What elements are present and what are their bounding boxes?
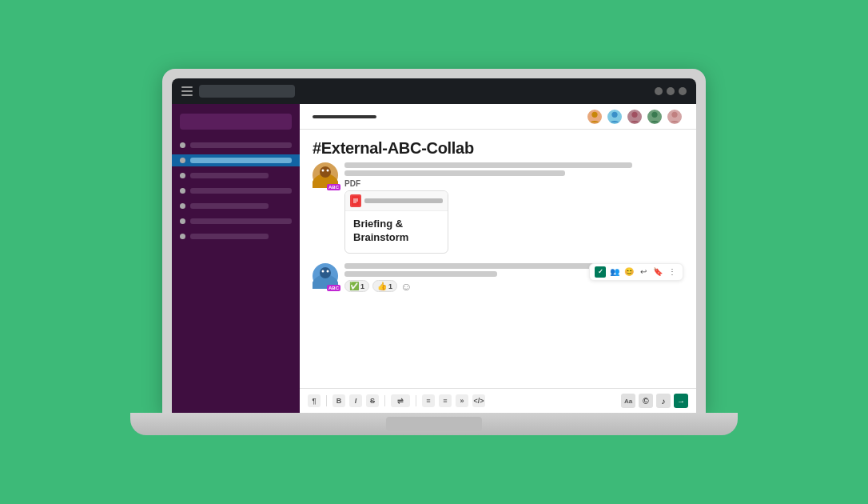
message-2: ABC ✅1 xyxy=(313,263,683,293)
sidebar-dot-3 xyxy=(180,173,185,178)
svg-point-6 xyxy=(320,166,331,178)
pdf-icon xyxy=(350,194,361,207)
svg-point-7 xyxy=(322,170,325,172)
composer-btn-blockquote[interactable]: » xyxy=(456,394,468,407)
pdf-label: PDF xyxy=(344,179,683,188)
composer-btn-list2[interactable]: ≡ xyxy=(439,394,452,407)
channel-avatar-1 xyxy=(586,108,603,126)
sidebar-line-7 xyxy=(190,234,269,239)
composer-btn-bold[interactable]: B xyxy=(332,394,345,407)
laptop-wrapper: #External-ABC-Collab xyxy=(130,69,738,435)
composer-btn-send[interactable]: → xyxy=(674,394,688,408)
composer-btn-code[interactable]: </> xyxy=(472,394,485,407)
channel-title-area: #External-ABC-Collab xyxy=(300,130,696,162)
svg-point-2 xyxy=(631,111,637,117)
svg-point-14 xyxy=(320,267,331,278)
pdf-card[interactable]: Briefing &Brainstorm xyxy=(344,190,448,254)
svg-point-8 xyxy=(327,170,329,172)
composer-divider-1 xyxy=(326,395,327,406)
message-actions-overlay: ✓ 👥 😊 ↩ 🔖 ⋮ xyxy=(589,263,683,281)
topbar-window-controls xyxy=(655,87,687,95)
sidebar-line-2 xyxy=(190,158,292,163)
pdf-title-line xyxy=(364,198,443,203)
sidebar-item-5[interactable] xyxy=(172,200,300,212)
composer-btn-paragraph[interactable]: ¶ xyxy=(308,394,321,407)
msg-line-1 xyxy=(344,162,632,168)
composer-btn-audio[interactable]: ♪ xyxy=(656,394,671,408)
composer-btn-Aa[interactable]: Aa xyxy=(621,394,635,408)
msg-line-4 xyxy=(344,271,497,277)
reactions-row: ✅1 👍1 ☺ xyxy=(344,280,683,293)
sidebar-dot-2 xyxy=(180,158,185,163)
abc-badge-2: ABC xyxy=(327,285,340,291)
reaction-chip-thumbs[interactable]: 👍1 xyxy=(372,280,397,292)
channel-title: #External-ABC-Collab xyxy=(313,139,683,158)
action-check[interactable]: ✓ xyxy=(595,266,606,278)
pdf-card-header xyxy=(345,191,448,211)
channel-avatar-5 xyxy=(666,108,683,126)
add-reaction-button[interactable]: ☺ xyxy=(400,280,412,293)
sidebar-dot-4 xyxy=(180,188,185,194)
sidebar-item-3[interactable] xyxy=(172,170,300,182)
channel-avatars xyxy=(586,108,683,126)
window-dot-1 xyxy=(655,87,663,95)
sidebar-line-5 xyxy=(190,203,269,209)
abc-badge-1: ABC xyxy=(327,184,340,190)
sidebar xyxy=(172,104,300,413)
laptop-trackpad xyxy=(386,417,482,431)
composer-btn-emoji[interactable]: © xyxy=(639,394,653,408)
sidebar-line-1 xyxy=(190,142,292,148)
sidebar-search[interactable] xyxy=(180,114,292,130)
svg-point-4 xyxy=(671,111,677,117)
action-reply[interactable]: ↩ xyxy=(638,266,649,278)
sidebar-dot-5 xyxy=(180,203,185,209)
message-1: ABC PDF xyxy=(313,162,683,254)
svg-point-16 xyxy=(327,270,329,272)
action-bookmark[interactable]: 🔖 xyxy=(652,266,663,278)
window-dot-2 xyxy=(667,87,675,95)
sidebar-item-6[interactable] xyxy=(172,215,300,227)
composer-toolbar: ¶ B I S ⇌ ≡ ≡ » </> xyxy=(308,394,688,408)
composer-btn-italic[interactable]: I xyxy=(349,394,362,407)
hamburger-icon[interactable] xyxy=(181,86,193,96)
sidebar-line-4 xyxy=(190,188,292,194)
svg-point-3 xyxy=(651,111,657,117)
laptop-base xyxy=(130,413,738,435)
sidebar-line-6 xyxy=(190,218,292,224)
sidebar-line-3 xyxy=(190,173,269,178)
pdf-card-title: Briefing &Brainstorm xyxy=(353,218,440,245)
action-more[interactable]: ⋮ xyxy=(667,266,678,278)
message-body-1: PDF xyxy=(344,162,683,254)
pdf-card-body: Briefing &Brainstorm xyxy=(345,211,448,253)
channel-avatar-3 xyxy=(626,108,643,126)
composer-right-buttons: Aa © ♪ → xyxy=(621,394,688,408)
action-emoji[interactable]: 😊 xyxy=(623,266,635,278)
action-people[interactable]: 👥 xyxy=(609,266,620,278)
sidebar-item-7[interactable] xyxy=(172,230,300,242)
svg-point-1 xyxy=(611,111,617,117)
sidebar-item-4[interactable] xyxy=(172,185,300,197)
channel-avatar-4 xyxy=(646,108,663,126)
composer-btn-link[interactable]: ⇌ xyxy=(391,394,410,407)
message-avatar-1: ABC xyxy=(313,162,338,188)
reaction-chip-check[interactable]: ✅1 xyxy=(344,280,369,292)
composer-btn-strike[interactable]: S xyxy=(366,394,379,407)
screen-topbar xyxy=(172,78,696,104)
svg-point-0 xyxy=(591,111,597,117)
message-avatar-2: ABC xyxy=(313,263,338,289)
sidebar-dot-1 xyxy=(180,142,185,148)
channel-avatar-2 xyxy=(606,108,623,126)
topbar-left xyxy=(181,85,295,98)
sidebar-dot-7 xyxy=(180,234,185,239)
messages-area: ABC PDF xyxy=(300,162,696,388)
sidebar-dot-6 xyxy=(180,218,185,224)
sidebar-item-2-active[interactable] xyxy=(172,154,300,166)
msg-line-2 xyxy=(344,170,565,176)
laptop-screen: #External-ABC-Collab xyxy=(172,78,696,413)
main-content: #External-ABC-Collab xyxy=(300,104,696,413)
sidebar-item-1[interactable] xyxy=(172,139,300,151)
window-dot-3 xyxy=(679,87,687,95)
composer-btn-list1[interactable]: ≡ xyxy=(422,394,435,407)
composer-area[interactable]: ¶ B I S ⇌ ≡ ≡ » </> xyxy=(300,388,696,413)
screen-body: #External-ABC-Collab xyxy=(172,104,696,413)
